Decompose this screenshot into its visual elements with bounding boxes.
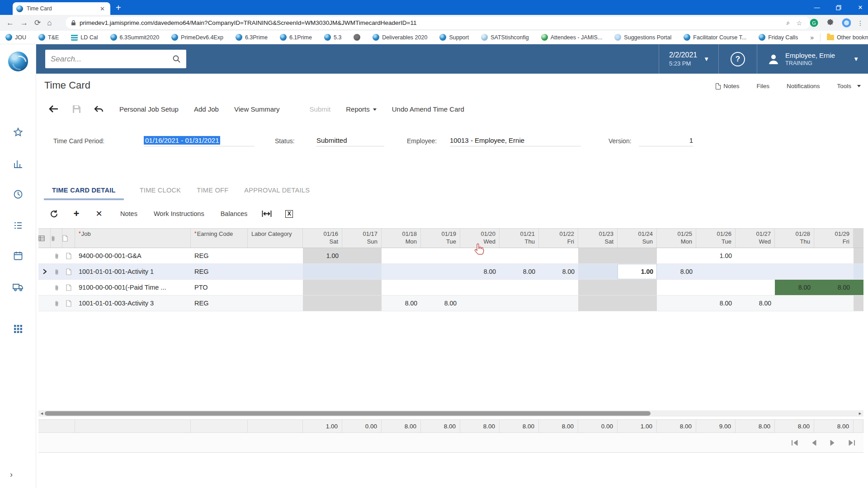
notes-link[interactable]: Notes xyxy=(716,83,739,89)
earning-code-cell[interactable]: PTO xyxy=(191,280,248,295)
job-cell[interactable]: 1001-01-01-001-Activity 1 xyxy=(75,264,191,279)
hours-cell-01-26[interactable] xyxy=(696,280,736,295)
column-header-01-28[interactable]: 01/28Thu xyxy=(775,229,814,248)
personal-job-setup-button[interactable]: Personal Job Setup xyxy=(119,105,179,113)
bookmark-item[interactable]: 5.3 xyxy=(324,34,341,41)
hours-cell-01-22[interactable] xyxy=(539,248,578,263)
row-selector[interactable] xyxy=(38,280,51,295)
hours-cell-01-24[interactable] xyxy=(618,296,657,311)
hours-cell-01-27[interactable] xyxy=(736,280,775,295)
hours-cell-01-17[interactable] xyxy=(342,280,382,295)
column-settings-icon[interactable] xyxy=(38,229,51,248)
global-search-input[interactable]: Search... xyxy=(45,50,186,68)
hours-cell-01-24[interactable] xyxy=(618,280,657,295)
period-field[interactable]: 01/16/2021 - 01/31/2021 xyxy=(144,136,255,146)
hours-cell-01-27[interactable] xyxy=(736,264,775,279)
hours-cell-01-18[interactable] xyxy=(382,264,421,279)
hours-cell-01-28[interactable] xyxy=(775,248,814,263)
grid-row-4[interactable]: 1001-01-01-003-Activity 3REG8.008.008.00… xyxy=(38,296,863,311)
hours-cell-01-25[interactable] xyxy=(657,296,696,311)
scrollbar-thumb[interactable] xyxy=(45,411,651,416)
row-attachment-icon[interactable] xyxy=(51,280,62,295)
labor-category-cell[interactable] xyxy=(248,248,303,263)
bookmark-item[interactable]: Suggestions Portal xyxy=(614,34,671,41)
hours-cell-01-25[interactable] xyxy=(657,280,696,295)
column-header-01-17[interactable]: 01/17Sun xyxy=(342,229,382,248)
row-attachment-icon[interactable] xyxy=(51,248,62,263)
tab-time-clock[interactable]: TIME CLOCK xyxy=(140,183,181,198)
hours-cell-01-23[interactable] xyxy=(578,296,618,311)
new-tab-button[interactable]: + xyxy=(116,3,121,13)
profile-avatar-icon[interactable] xyxy=(842,19,851,28)
hours-cell-01-19[interactable]: 8.00 xyxy=(421,296,460,311)
earning-code-cell[interactable]: REG xyxy=(191,296,248,311)
user-menu[interactable]: Employee, Ernie TRAINING ▼ xyxy=(757,52,868,66)
search-icon[interactable] xyxy=(172,55,181,63)
hours-cell-01-28[interactable] xyxy=(775,296,814,311)
hours-cell-01-21[interactable] xyxy=(500,280,539,295)
column-header-01-18[interactable]: 01/18Mon xyxy=(382,229,421,248)
extensions-puzzle-icon[interactable] xyxy=(826,19,835,28)
task-list-icon[interactable] xyxy=(0,220,36,231)
version-field[interactable]: 1 xyxy=(639,136,693,146)
column-header-01-21[interactable]: 01/21Thu xyxy=(500,229,539,248)
window-minimize-button[interactable]: — xyxy=(813,4,821,11)
bookmark-item[interactable]: JOU xyxy=(5,34,26,41)
hours-cell-01-28[interactable] xyxy=(775,264,814,279)
first-page-icon[interactable] xyxy=(791,440,799,446)
forward-icon[interactable]: → xyxy=(20,19,28,28)
tab-time-off[interactable]: TIME OFF xyxy=(197,183,228,198)
bookmark-item[interactable]: 6.3Summit2020 xyxy=(110,34,160,41)
column-header-01-23[interactable]: 01/23Sat xyxy=(578,229,618,248)
row-note-icon[interactable] xyxy=(62,280,75,295)
delivery-truck-icon[interactable] xyxy=(0,282,36,292)
bookmark-item[interactable]: Attendees - JAMIS... xyxy=(541,34,603,41)
grid-row-1[interactable]: 9400-00-00-001-G&AREG1.001.00 xyxy=(38,248,863,264)
hours-cell-01-26[interactable]: 1.00 xyxy=(696,248,736,263)
hours-cell-01-28[interactable]: 8.00 xyxy=(775,280,814,295)
hours-cell-01-21[interactable] xyxy=(500,296,539,311)
hours-cell-01-29[interactable]: 8.00 xyxy=(814,280,854,295)
column-header-01-25[interactable]: 01/25Mon xyxy=(657,229,696,248)
row-attachment-icon[interactable] xyxy=(51,264,62,279)
prev-page-icon[interactable] xyxy=(811,440,817,446)
last-page-icon[interactable] xyxy=(847,440,855,446)
zoom-page-icon[interactable]: ⌕ xyxy=(787,19,790,27)
hours-cell-01-24[interactable]: 1.00 xyxy=(618,264,657,279)
job-cell[interactable]: 9400-00-00-001-G&A xyxy=(75,248,191,263)
column-header-01-27[interactable]: 01/27Wed xyxy=(736,229,775,248)
save-icon[interactable] xyxy=(71,105,81,113)
home-icon[interactable]: ⌂ xyxy=(47,19,52,28)
hours-cell-01-16[interactable]: 1.00 xyxy=(303,248,342,263)
column-header-01-29[interactable]: 01/29Fri xyxy=(814,229,854,248)
dashboards-chart-icon[interactable] xyxy=(0,159,36,169)
row-selector[interactable] xyxy=(38,296,51,311)
work-instructions-button[interactable]: Work Instructions xyxy=(154,210,204,217)
hours-cell-01-21[interactable]: 8.00 xyxy=(500,264,539,279)
bookmark-item[interactable]: Friday Calls xyxy=(759,34,798,41)
add-job-button[interactable]: Add Job xyxy=(194,105,219,113)
job-cell[interactable]: 1001-01-01-003-Activity 3 xyxy=(75,296,191,311)
calendar-icon[interactable] xyxy=(0,250,36,261)
hours-cell-01-26[interactable]: 8.00 xyxy=(696,296,736,311)
bookmark-item[interactable]: Facilitator Course T... xyxy=(684,34,746,41)
column-header-01-16[interactable]: 01/16Sat xyxy=(303,229,342,248)
window-restore-button[interactable] xyxy=(835,5,843,10)
job-cell[interactable]: 9100-00-00-001(-Paid Time ... xyxy=(75,280,191,295)
hours-cell-01-22[interactable] xyxy=(539,280,578,295)
browser-menu-icon[interactable]: ⋮ xyxy=(857,19,863,27)
column-header-labor-category[interactable]: Labor Category xyxy=(248,229,303,248)
tools-link[interactable]: Tools xyxy=(837,83,861,89)
labor-category-cell[interactable] xyxy=(248,280,303,295)
hours-cell-01-23[interactable] xyxy=(578,248,618,263)
column-header-01-19[interactable]: 01/19Tue xyxy=(421,229,460,248)
hours-cell-01-19[interactable] xyxy=(421,248,460,263)
column-header-job[interactable]: *Job xyxy=(75,229,191,248)
go-back-icon[interactable] xyxy=(49,105,59,113)
grammarly-extension-icon[interactable]: G xyxy=(809,19,818,28)
employee-field[interactable]: 10013 - Employee, Ernie xyxy=(450,136,581,146)
delete-row-icon[interactable]: ✕ xyxy=(94,210,104,218)
hours-cell-01-22[interactable]: 8.00 xyxy=(539,264,578,279)
column-header-01-22[interactable]: 01/22Fri xyxy=(539,229,578,248)
hours-cell-01-19[interactable] xyxy=(421,280,460,295)
